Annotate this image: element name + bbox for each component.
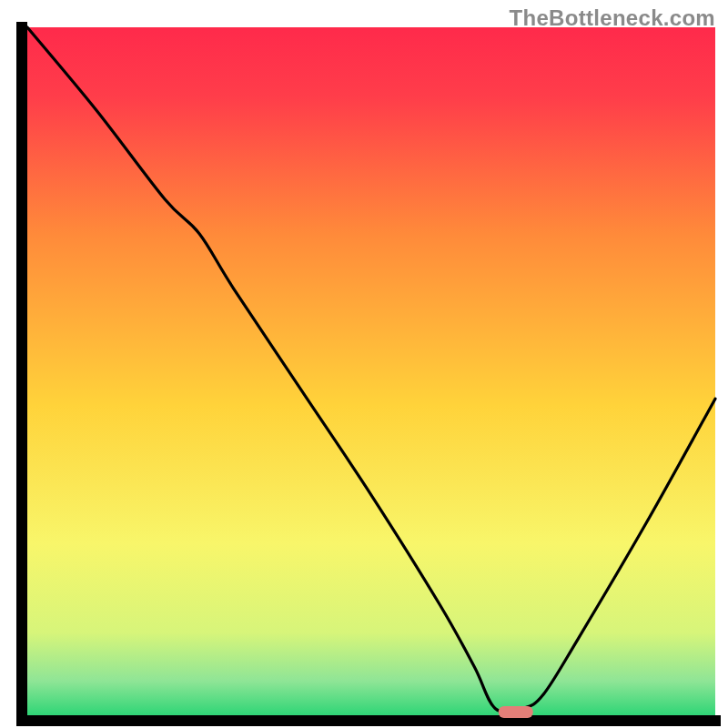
optimal-marker (499, 706, 533, 718)
bottleneck-chart (0, 0, 728, 728)
gradient-background (27, 27, 715, 715)
chart-frame: TheBottleneck.com (0, 0, 728, 728)
